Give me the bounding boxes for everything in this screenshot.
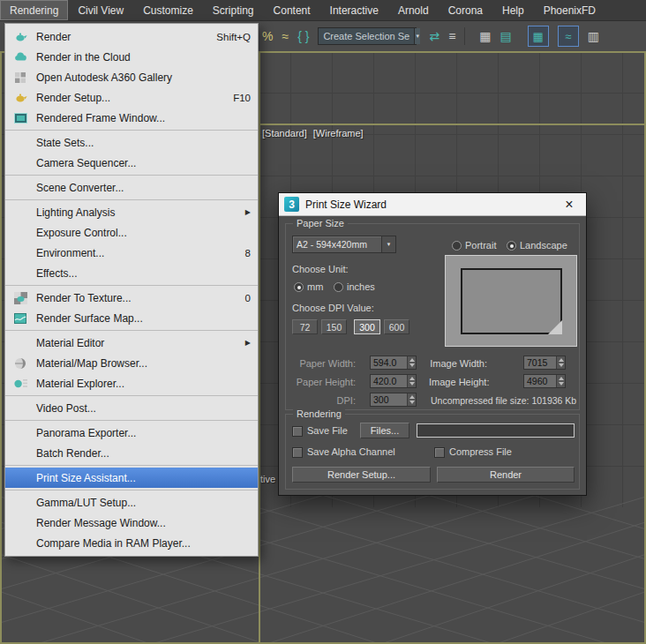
menu-item-batch-render[interactable]: Batch Render...	[5, 443, 258, 463]
viewport-label[interactable]: [Standard] [Wireframe]	[262, 128, 364, 139]
paper-width-field[interactable]: 594.0	[370, 356, 417, 370]
named-selection-list-icon[interactable]: ≡	[448, 30, 455, 42]
menu-separator	[5, 465, 258, 466]
mirror-icon[interactable]: ⇄	[429, 30, 439, 42]
image-height-field[interactable]: 4960	[523, 374, 566, 388]
menu-item-state-sets[interactable]: State Sets...	[5, 132, 258, 153]
menu-item-label: Panorama Exporter...	[36, 427, 251, 439]
menu-item-material-editor[interactable]: Material Editor ▶	[5, 333, 258, 353]
menu-item-environment[interactable]: Environment... 8	[5, 243, 258, 263]
paper-height-field[interactable]: 420.0	[370, 374, 417, 388]
curve-pencil-icon[interactable]: ≈	[282, 30, 289, 42]
menu-item-material-explorer[interactable]: Material Explorer...	[5, 373, 258, 393]
save-file-label: Save File	[307, 425, 348, 436]
menubar-item-customize[interactable]: Customize	[133, 0, 203, 20]
menu-item-a360-gallery[interactable]: Open Autodesk A360 Gallery	[5, 67, 258, 87]
image-width-spinner[interactable]	[556, 356, 565, 369]
menu-item-compare-media-ram-player[interactable]: Compare Media in RAM Player...	[5, 533, 258, 553]
dpi-72-button[interactable]: 72	[292, 319, 318, 334]
render-setup-button[interactable]: Render Setup...	[292, 467, 431, 483]
menubar-item-phoenixfd[interactable]: PhoenixFD	[534, 0, 605, 20]
menu-item-label: Material/Map Browser...	[36, 357, 251, 370]
toolbar-separator	[464, 27, 465, 45]
menu-item-label: Print Size Assistant...	[36, 472, 251, 484]
menu-item-render[interactable]: Render Shift+Q	[5, 26, 258, 47]
render-button[interactable]: Render	[437, 467, 575, 483]
dpi-300-button[interactable]: 300	[354, 319, 380, 334]
menu-item-label: Render	[36, 31, 207, 43]
file-path-field[interactable]	[417, 423, 575, 438]
render-presets-icon[interactable]: ▥	[588, 30, 599, 42]
menubar-item-scripting[interactable]: Scripting	[203, 0, 264, 20]
portrait-radio[interactable]	[452, 241, 462, 251]
dpi-600-button[interactable]: 600	[384, 319, 409, 334]
dpi-spinner[interactable]	[407, 393, 416, 406]
curve-editor-toggle-icon: ≈	[565, 31, 571, 42]
viewport-standard-label[interactable]: [Standard]	[262, 128, 307, 139]
paper-width-value: 594.0	[371, 356, 407, 369]
menu-item-camera-sequencer[interactable]: Camera Sequencer...	[5, 153, 258, 173]
selection-set-combo[interactable]: Create Selection Se ▼	[318, 27, 417, 45]
dpi-field[interactable]: 300	[370, 393, 417, 407]
compress-file-checkbox[interactable]	[434, 447, 445, 458]
percent-icon[interactable]: %	[262, 30, 273, 42]
menu-item-label: Render To Texture...	[36, 292, 237, 304]
dpi-150-button[interactable]: 150	[321, 319, 347, 334]
menu-item-label: Lighting Analysis	[36, 206, 238, 219]
menu-item-render-in-the-cloud[interactable]: Render in the Cloud	[5, 47, 258, 67]
menu-item-rendered-frame-window[interactable]: Rendered Frame Window...	[5, 108, 258, 128]
menu-item-print-size-assistant[interactable]: Print Size Assistant...	[5, 468, 258, 488]
menu-item-label: Render Message Window...	[36, 517, 251, 529]
dialog-titlebar[interactable]: 3 Print Size Wizard ×	[279, 193, 586, 216]
menubar-item-help[interactable]: Help	[492, 0, 534, 20]
maxscript-braces-icon[interactable]: { }	[297, 30, 309, 42]
paper-height-value: 420.0	[371, 375, 407, 387]
chevron-down-icon[interactable]: ▼	[414, 28, 420, 44]
menubar-item-corona[interactable]: Corona	[439, 0, 492, 20]
image-width-field[interactable]: 7015	[523, 356, 566, 370]
image-width-label: Image Width:	[429, 358, 487, 369]
graph-editor-toggle[interactable]: ▦	[528, 26, 549, 47]
curve-editor-toggle[interactable]: ≈	[558, 26, 579, 47]
menu-item-render-message-window[interactable]: Render Message Window...	[5, 513, 258, 533]
files-button[interactable]: Files...	[360, 423, 409, 438]
rendering-menu: Render Shift+Q Render in the Cloud Open …	[4, 23, 259, 557]
paper-size-dropdown[interactable]: A2 - 594x420mm ▼	[292, 236, 396, 253]
save-file-checkbox[interactable]	[292, 426, 303, 437]
menu-item-render-to-texture[interactable]: Render To Texture... 0	[5, 288, 258, 308]
menubar-item-civil-view[interactable]: Civil View	[68, 0, 133, 20]
save-alpha-checkbox[interactable]	[292, 447, 303, 458]
viewport-label-partial[interactable]: tive	[260, 474, 275, 484]
menu-item-shortcut: 8	[245, 248, 251, 258]
menu-item-video-post[interactable]: Video Post...	[5, 398, 258, 418]
mm-label: mm	[307, 281, 323, 292]
menu-item-gamma-lut-setup[interactable]: Gamma/LUT Setup...	[5, 492, 258, 513]
paper-width-spinner[interactable]	[407, 356, 416, 369]
menubar-item-content[interactable]: Content	[264, 0, 320, 20]
menu-item-render-surface-map[interactable]: Render Surface Map...	[5, 308, 258, 328]
layer-manager-icon[interactable]: ▤	[500, 30, 512, 42]
array-table-icon[interactable]: ▦	[479, 30, 491, 42]
page-fold-icon	[548, 320, 562, 334]
menu-item-panorama-exporter[interactable]: Panorama Exporter...	[5, 423, 258, 443]
dialog-title: Print Size Wizard	[305, 198, 387, 211]
mm-radio[interactable]	[294, 282, 304, 292]
image-height-spinner[interactable]	[556, 375, 565, 387]
3dsmax-logo-icon: 3	[284, 197, 299, 212]
inches-radio[interactable]	[334, 282, 343, 292]
close-icon[interactable]: ×	[558, 197, 581, 213]
menu-item-scene-converter[interactable]: Scene Converter...	[5, 177, 258, 198]
viewport-wireframe-label[interactable]: [Wireframe]	[313, 128, 364, 139]
menu-item-render-setup[interactable]: Render Setup... F10	[5, 87, 258, 108]
selection-set-value: Create Selection Se	[319, 31, 414, 41]
menubar-item-rendering[interactable]: Rendering	[0, 0, 68, 20]
menu-item-lighting-analysis[interactable]: Lighting Analysis ▶	[5, 202, 258, 222]
menu-item-material-map-browser[interactable]: Material/Map Browser...	[5, 353, 258, 373]
landscape-radio[interactable]	[507, 241, 516, 251]
menubar-item-interactive[interactable]: Interactive	[320, 0, 388, 20]
menu-item-effects[interactable]: Effects...	[5, 263, 258, 283]
chevron-down-icon[interactable]: ▼	[381, 236, 395, 252]
menu-item-exposure-control[interactable]: Exposure Control...	[5, 222, 258, 243]
menubar-item-arnold[interactable]: Arnold	[388, 0, 439, 20]
paper-height-spinner[interactable]	[407, 375, 416, 387]
